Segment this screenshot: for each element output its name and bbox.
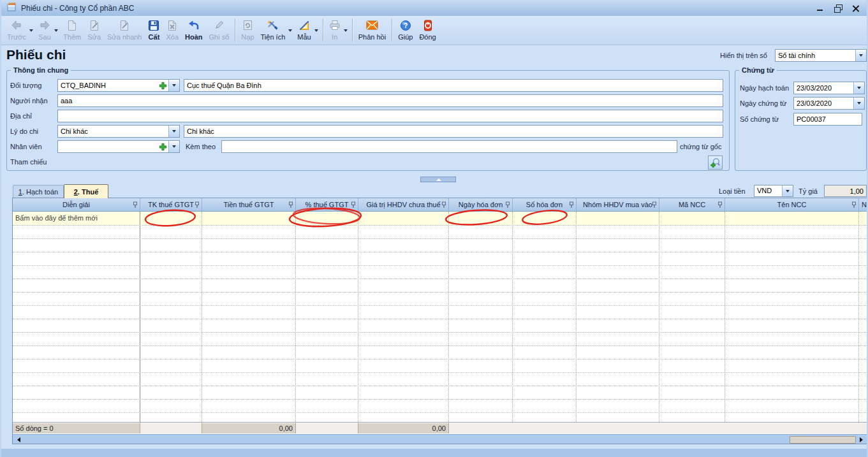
ngay-hach-toan-picker[interactable]: 23/03/2020: [793, 82, 865, 94]
horizontal-scrollbar[interactable]: [13, 434, 867, 444]
pin-icon[interactable]: [441, 201, 447, 210]
tab-thue[interactable]: 2. Thuế: [64, 184, 108, 198]
grid-add-row[interactable]: Bấm vào đây để thêm mới: [13, 212, 867, 225]
value-total-cell: 0,00: [358, 423, 449, 433]
toolbar-edit-button[interactable]: Sửa: [84, 17, 104, 44]
column-header[interactable]: Giá trị HHDV chưa thuế: [358, 198, 449, 212]
dropdown-arrow-button[interactable]: [168, 80, 179, 91]
dropdown-arrow-button[interactable]: [853, 98, 864, 109]
ngay-hach-toan-label: Ngày hạch toán: [740, 84, 789, 92]
toolbar-prev-button[interactable]: Trước: [4, 17, 29, 44]
add-new-icon[interactable]: [157, 141, 168, 152]
chevron-down-icon: [172, 84, 176, 87]
toolbar-delete-button[interactable]: Xóa: [163, 17, 182, 44]
ngay-chung-tu-picker[interactable]: 23/03/2020: [793, 97, 865, 110]
pin-icon[interactable]: [288, 201, 294, 210]
column-header[interactable]: TK thuế GTGT: [140, 198, 202, 212]
column-header[interactable]: Nhóm HHDV mua vào: [577, 198, 659, 212]
column-header[interactable]: Diễn giải: [13, 198, 140, 212]
add-reference-button[interactable]: [708, 156, 723, 170]
pin-icon[interactable]: [717, 201, 723, 210]
toolbar-item-label: Ghi sổ: [209, 33, 230, 41]
column-separator: [512, 212, 513, 422]
toolbar-print-button[interactable]: In: [326, 17, 344, 44]
add-row-hint[interactable]: Bấm vào đây để thêm mới: [15, 214, 98, 222]
pin-icon[interactable]: [851, 201, 857, 210]
prev-dropdown[interactable]: [29, 17, 35, 44]
undo-icon: [188, 18, 200, 32]
so-chung-tu-label: Số chứng từ: [740, 115, 779, 123]
kem-theo-input[interactable]: [221, 140, 677, 153]
column-header[interactable]: % thuế GTGT: [296, 198, 358, 212]
toolbar-undo-button[interactable]: Hoàn: [182, 17, 206, 44]
doi-tuong-combo[interactable]: CTQ_BADINH: [57, 79, 180, 92]
close-icon[interactable]: [851, 4, 860, 12]
dropdown-arrow-button[interactable]: [853, 82, 864, 94]
scrollbar-thumb[interactable]: [790, 436, 856, 444]
toolbar-load-button[interactable]: Nạp: [238, 17, 257, 44]
toolbar-add-button[interactable]: Thêm: [60, 17, 84, 44]
add-new-icon[interactable]: [157, 80, 168, 91]
grid-body[interactable]: [13, 225, 867, 422]
pin-icon[interactable]: [195, 201, 200, 210]
dropdown-arrow-button[interactable]: [782, 185, 793, 196]
pin-icon[interactable]: [351, 201, 357, 210]
ly-do-chi-desc-input[interactable]: [184, 125, 723, 138]
pin-icon[interactable]: [652, 201, 658, 210]
loai-tien-select[interactable]: VND: [754, 185, 793, 197]
grid-header-row: Diễn giải TK thuế GTGT Tiền thuế GTGT % …: [13, 198, 867, 212]
column-header[interactable]: Số hóa đơn: [513, 198, 577, 212]
next-dropdown[interactable]: [54, 17, 60, 44]
pin-icon[interactable]: [505, 201, 511, 210]
pin-icon[interactable]: [133, 201, 138, 210]
nguoi-nhan-input[interactable]: [57, 94, 723, 107]
column-header[interactable]: Ngày hóa đơn: [449, 198, 513, 212]
general-info-group-label: Thông tin chung: [11, 66, 71, 74]
dia-chi-input[interactable]: [57, 110, 723, 122]
column-header[interactable]: Tiền thuế GTGT: [202, 198, 296, 212]
toolbar-separator: [323, 18, 323, 41]
ly-do-chi-combo[interactable]: Chi khác: [57, 125, 180, 138]
ly-do-chi-value: Chi khác: [58, 126, 168, 137]
toolbar-next-button[interactable]: Sau: [35, 17, 54, 44]
template-dropdown[interactable]: [314, 17, 320, 44]
toolbar-save-button[interactable]: Cất: [145, 17, 163, 44]
toolbar-item-label: Hoàn: [185, 33, 203, 41]
toolbar-item-label: Phản hồi: [358, 33, 386, 41]
row-count-cell: Số dòng = 0: [13, 423, 140, 433]
doi-tuong-name-input[interactable]: [184, 79, 723, 92]
tab-hach-toan[interactable]: 1. Hạch toán: [13, 185, 64, 198]
toolbar-utilities-button[interactable]: Tiện ích: [258, 17, 289, 44]
toolbar-template-button[interactable]: Mẫu: [294, 17, 314, 44]
column-separator: [295, 212, 296, 422]
display-book-select[interactable]: Sổ tài chính: [775, 49, 867, 62]
collapse-splitter[interactable]: [420, 177, 456, 182]
tax-total-cell: 0,00: [202, 423, 296, 433]
template-ruler-icon: [298, 18, 310, 32]
toolbar-close-button[interactable]: Đóng: [416, 17, 439, 44]
column-header-label: TK thuế GTGT: [148, 201, 194, 208]
toolbar: Trước Sau Thêm Sửa Sửa nhanh Cất Xóa: [1, 16, 867, 45]
scroll-left-icon[interactable]: [17, 437, 20, 442]
utilities-dropdown[interactable]: [288, 17, 294, 44]
dropdown-arrow-button[interactable]: [168, 141, 179, 152]
app-icon: [6, 2, 17, 15]
toolbar-feedback-button[interactable]: Phản hồi: [355, 17, 389, 44]
print-dropdown[interactable]: [344, 17, 349, 44]
dropdown-arrow-button[interactable]: [168, 126, 179, 137]
column-header[interactable]: Mã NCC: [659, 198, 725, 212]
minimize-icon[interactable]: [816, 4, 825, 12]
column-header[interactable]: Tên NCC: [725, 198, 859, 212]
row-separator: [13, 319, 867, 319]
so-chung-tu-input[interactable]: [793, 113, 862, 126]
restore-icon[interactable]: [834, 4, 842, 12]
pin-icon[interactable]: [569, 201, 575, 210]
toolbar-quick-edit-button[interactable]: Sửa nhanh: [104, 17, 145, 44]
column-header[interactable]: N: [859, 198, 867, 212]
dropdown-arrow-button[interactable]: [855, 50, 866, 61]
toolbar-help-button[interactable]: ? Giúp: [395, 17, 416, 44]
nhan-vien-combo[interactable]: [57, 140, 180, 153]
toolbar-item-label: In: [332, 33, 337, 41]
scroll-right-icon[interactable]: [860, 437, 863, 442]
toolbar-post-button[interactable]: Ghi sổ: [206, 17, 233, 44]
